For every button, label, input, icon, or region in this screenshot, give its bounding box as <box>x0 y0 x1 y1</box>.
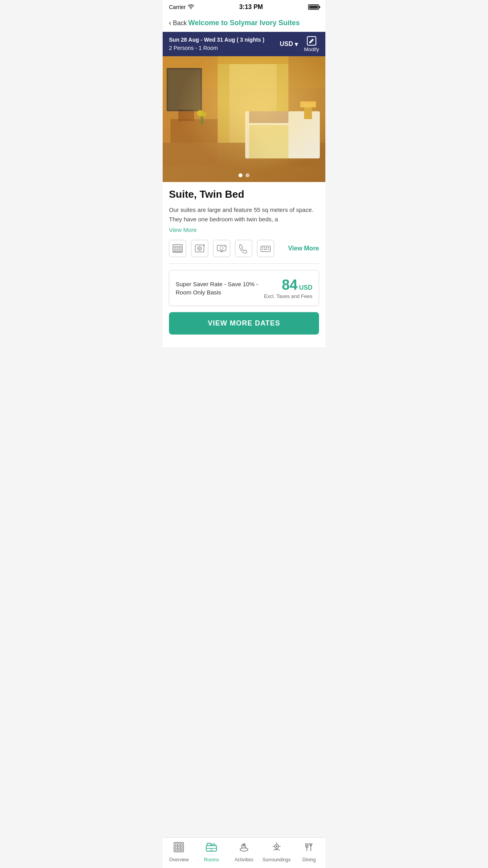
search-dates: Sun 28 Aug - Wed 31 Aug ( 3 nights ) 2 P… <box>169 36 264 52</box>
phone-amenity-icon <box>235 240 252 257</box>
svg-rect-15 <box>171 119 218 143</box>
modify-button[interactable]: Modify <box>304 36 319 52</box>
svg-rect-28 <box>180 249 181 250</box>
search-bar: Sun 28 Aug - Wed 31 Aug ( 3 nights ) 2 P… <box>163 32 325 56</box>
svg-text:TV: TV <box>224 245 227 248</box>
cta-container: VIEW MORE DATES <box>169 312 319 341</box>
tv-amenity-icon: TV <box>213 240 230 257</box>
svg-rect-26 <box>174 249 176 250</box>
svg-rect-17 <box>167 68 202 111</box>
battery-icon <box>308 4 319 10</box>
svg-rect-9 <box>245 111 308 158</box>
rate-price: 84 USD <box>264 277 312 293</box>
svg-point-31 <box>198 246 202 250</box>
back-button[interactable]: ‹ Back <box>169 19 187 27</box>
price-number: 84 <box>282 277 297 293</box>
main-content: Suite, Twin Bed Our suites are large and… <box>163 56 325 379</box>
price-note: Excl. Taxes and Fees <box>264 293 312 299</box>
date-range: Sun 28 Aug - Wed 31 Aug ( 3 nights ) <box>169 36 264 44</box>
svg-point-32 <box>199 248 200 249</box>
amenities-row: H TV <box>169 240 319 257</box>
rate-price-block: 84 USD Excl. Taxes and Fees <box>264 277 312 299</box>
rate-info: Super Saver Rate - Save 10% - Room Only … <box>176 280 264 296</box>
back-chevron-icon: ‹ <box>169 19 171 27</box>
svg-rect-0 <box>163 56 325 182</box>
svg-rect-16 <box>178 109 194 121</box>
modify-icon <box>307 36 316 46</box>
wifi-icon <box>188 4 194 10</box>
svg-rect-42 <box>266 247 267 248</box>
svg-rect-1 <box>163 56 325 182</box>
room-description: Our suites are large and feature 55 sq m… <box>169 205 319 224</box>
room-image <box>163 56 325 182</box>
building-amenity-icon <box>169 240 186 257</box>
svg-text:H: H <box>203 243 205 247</box>
svg-rect-43 <box>268 247 269 248</box>
carrier-text: Carrier <box>169 4 186 10</box>
svg-rect-3 <box>218 64 288 143</box>
description-view-more-link[interactable]: View More <box>169 226 197 233</box>
svg-point-20 <box>201 112 207 117</box>
svg-rect-27 <box>177 249 178 250</box>
svg-rect-46 <box>268 249 269 250</box>
modify-label: Modify <box>304 46 319 52</box>
svg-rect-11 <box>249 125 304 158</box>
time-display: 3:13 PM <box>239 4 263 11</box>
svg-rect-24 <box>177 246 178 248</box>
page-title: Welcome to Solymar Ivory Suites <box>188 19 300 27</box>
price-currency: USD <box>299 284 312 291</box>
currency-selector[interactable]: USD ▾ <box>280 40 298 48</box>
svg-rect-23 <box>174 246 176 248</box>
room-content: Suite, Twin Bed Our suites are large and… <box>163 182 325 347</box>
svg-rect-13 <box>304 103 312 119</box>
svg-rect-7 <box>288 56 325 166</box>
svg-rect-6 <box>163 56 218 166</box>
image-dots <box>238 173 250 177</box>
keyboard-amenity-icon <box>257 240 274 257</box>
svg-rect-22 <box>173 245 182 252</box>
carrier-info: Carrier <box>169 4 194 10</box>
back-label: Back <box>173 20 187 27</box>
room-image-container[interactable] <box>163 56 325 182</box>
svg-rect-45 <box>264 249 267 250</box>
currency-label: USD <box>280 40 293 48</box>
guests-info: 2 Persons - 1 Room <box>169 44 264 52</box>
svg-rect-12 <box>288 111 320 158</box>
svg-rect-14 <box>300 101 316 107</box>
svg-point-19 <box>197 110 203 116</box>
dot-2 <box>246 173 250 177</box>
svg-rect-5 <box>277 64 288 143</box>
svg-rect-21 <box>201 116 203 124</box>
svg-rect-18 <box>168 70 200 110</box>
search-controls: USD ▾ Modify <box>280 36 319 52</box>
svg-rect-40 <box>262 247 263 248</box>
svg-rect-25 <box>180 246 181 248</box>
nav-bar: ‹ Back Welcome to Solymar Ivory Suites <box>163 14 325 32</box>
svg-rect-2 <box>163 56 325 88</box>
view-more-dates-button[interactable]: VIEW MORE DATES <box>169 312 319 335</box>
currency-chevron-icon: ▾ <box>295 40 298 48</box>
svg-rect-44 <box>262 249 263 250</box>
svg-rect-10 <box>249 111 304 123</box>
svg-point-35 <box>220 246 223 250</box>
section-divider <box>169 263 319 264</box>
rate-card[interactable]: Super Saver Rate - Save 10% - Room Only … <box>169 270 319 306</box>
dot-1 <box>238 173 242 177</box>
rate-name: Super Saver Rate - Save 10% - Room Only … <box>176 280 264 296</box>
safe-amenity-icon: H <box>191 240 208 257</box>
svg-rect-41 <box>264 247 265 248</box>
amenities-view-more-button[interactable]: View More <box>288 245 319 252</box>
room-title: Suite, Twin Bed <box>169 188 319 200</box>
status-bar: Carrier 3:13 PM <box>163 0 325 14</box>
svg-rect-4 <box>218 64 229 143</box>
